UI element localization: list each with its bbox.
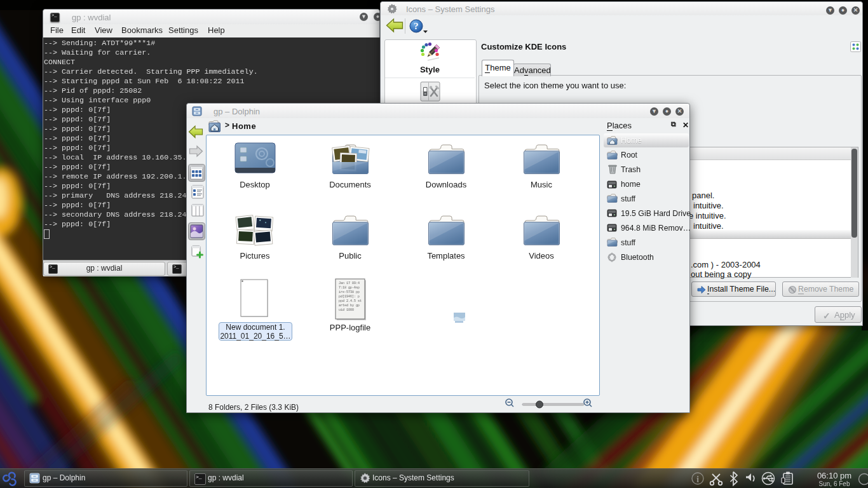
svg-text:?: ? <box>414 21 419 31</box>
svg-text:i: i <box>696 474 699 484</box>
